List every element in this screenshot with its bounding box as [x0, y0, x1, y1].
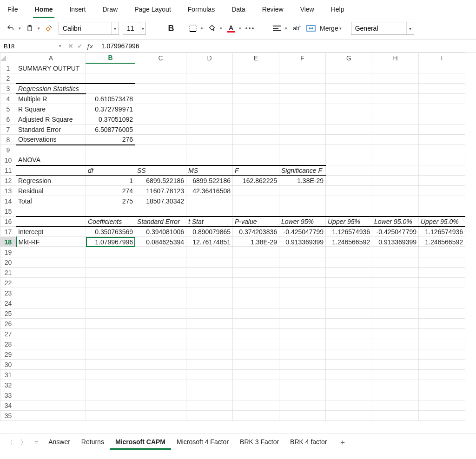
chevron-down-icon[interactable]: ▾ [38, 26, 40, 31]
cell-D4[interactable] [186, 94, 233, 104]
more-formatting-button[interactable]: ••• [244, 22, 256, 34]
cell-B35[interactable] [86, 411, 135, 421]
cell-B21[interactable] [86, 268, 135, 278]
cell-I3[interactable] [419, 84, 465, 94]
cell-B30[interactable] [86, 360, 135, 370]
cell-D5[interactable] [186, 104, 233, 114]
cell-D32[interactable] [186, 380, 233, 390]
cell-E21[interactable] [233, 268, 279, 278]
name-box-input[interactable] [0, 43, 57, 50]
cell-B20[interactable] [86, 257, 135, 268]
cell-B31[interactable] [86, 370, 135, 380]
cell-G5[interactable] [326, 104, 372, 114]
row-header-5[interactable]: 5 [0, 104, 16, 114]
column-header-D[interactable]: D [186, 53, 233, 63]
cell-G27[interactable] [326, 329, 372, 339]
cell-H17[interactable]: -0.425047799 [372, 227, 419, 237]
cell-B13[interactable]: 274 [86, 186, 135, 196]
cell-H30[interactable] [372, 360, 419, 370]
ribbon-tab-draw[interactable]: Draw [100, 3, 119, 18]
sheet-nav-prev[interactable]: 〈 [4, 437, 16, 449]
cell-E8[interactable] [233, 135, 279, 145]
add-sheet-button[interactable]: ＋ [334, 436, 351, 449]
cell-I35[interactable] [419, 411, 465, 421]
cell-E10[interactable] [233, 155, 279, 165]
spreadsheet-grid[interactable]: ABCDEFGHI1SUMMARY OUTPUT23Regression Sta… [0, 52, 476, 433]
cell-F13[interactable] [279, 186, 326, 196]
row-header-27[interactable]: 27 [0, 329, 16, 339]
merge-button[interactable]: Merge ▾ [320, 25, 342, 32]
row-header-9[interactable]: 9 [0, 145, 16, 155]
cell-I12[interactable] [419, 176, 465, 186]
cell-I30[interactable] [419, 360, 465, 370]
cell-B16[interactable]: Coefficients [86, 216, 135, 227]
cell-E11[interactable]: F [233, 165, 279, 176]
cell-G29[interactable] [326, 349, 372, 360]
cell-A8[interactable]: Observations [16, 135, 86, 145]
cell-E28[interactable] [233, 339, 279, 349]
cell-B32[interactable] [86, 380, 135, 390]
cell-A14[interactable]: Total [16, 196, 86, 206]
cell-H8[interactable] [372, 135, 419, 145]
cell-B18[interactable]: 1.079967996 [86, 237, 135, 247]
cell-B29[interactable] [86, 349, 135, 360]
sheet-nav-next[interactable]: 〉 [18, 437, 30, 449]
cell-A19[interactable] [16, 247, 86, 257]
cell-G9[interactable] [326, 145, 372, 155]
cell-I13[interactable] [419, 186, 465, 196]
cell-I8[interactable] [419, 135, 465, 145]
cell-B23[interactable] [86, 288, 135, 298]
font-size-input[interactable] [123, 25, 140, 32]
cell-C8[interactable] [135, 135, 186, 145]
cell-C25[interactable] [135, 308, 186, 319]
cell-H25[interactable] [372, 308, 419, 319]
cell-C6[interactable] [135, 114, 186, 125]
cell-H16[interactable]: Lower 95.0% [372, 216, 419, 227]
cell-A32[interactable] [16, 380, 86, 390]
cell-H20[interactable] [372, 257, 419, 268]
cell-F5[interactable] [279, 104, 326, 114]
cell-D2[interactable] [186, 73, 233, 84]
cell-E12[interactable]: 162.862225 [233, 176, 279, 186]
cell-A13[interactable]: Residual [16, 186, 86, 196]
cell-G16[interactable]: Upper 95% [326, 216, 372, 227]
cell-H14[interactable] [372, 196, 419, 206]
cell-B7[interactable]: 6.508776005 [86, 125, 135, 135]
cell-F14[interactable] [279, 196, 326, 206]
cell-E25[interactable] [233, 308, 279, 319]
cell-F30[interactable] [279, 360, 326, 370]
cell-I16[interactable]: Upper 95.0% [419, 216, 465, 227]
cell-H10[interactable] [372, 155, 419, 165]
cell-E32[interactable] [233, 380, 279, 390]
cell-A30[interactable] [16, 360, 86, 370]
cell-I29[interactable] [419, 349, 465, 360]
cell-H23[interactable] [372, 288, 419, 298]
cell-A28[interactable] [16, 339, 86, 349]
cell-C13[interactable]: 11607.78123 [135, 186, 186, 196]
cell-F7[interactable] [279, 125, 326, 135]
ribbon-tab-view[interactable]: View [298, 3, 316, 18]
cell-E22[interactable] [233, 278, 279, 288]
cell-B28[interactable] [86, 339, 135, 349]
cell-H13[interactable] [372, 186, 419, 196]
cell-D20[interactable] [186, 257, 233, 268]
chevron-down-icon[interactable]: ▾ [239, 26, 241, 31]
format-painter-button[interactable] [43, 22, 55, 34]
cell-G2[interactable] [326, 73, 372, 84]
cell-E15[interactable] [233, 206, 279, 216]
chevron-down-icon[interactable]: ▾ [111, 22, 119, 34]
cell-A7[interactable]: Standard Error [16, 125, 86, 135]
row-header-21[interactable]: 21 [0, 268, 16, 278]
cell-I33[interactable] [419, 390, 465, 400]
cell-D25[interactable] [186, 308, 233, 319]
cell-C21[interactable] [135, 268, 186, 278]
cell-H31[interactable] [372, 370, 419, 380]
cell-C19[interactable] [135, 247, 186, 257]
cell-D33[interactable] [186, 390, 233, 400]
cell-I14[interactable] [419, 196, 465, 206]
undo-button[interactable] [5, 22, 17, 34]
cell-B19[interactable] [86, 247, 135, 257]
cell-G18[interactable]: 1.246566592 [326, 237, 372, 247]
cell-D17[interactable]: 0.890079865 [186, 227, 233, 237]
cell-D28[interactable] [186, 339, 233, 349]
